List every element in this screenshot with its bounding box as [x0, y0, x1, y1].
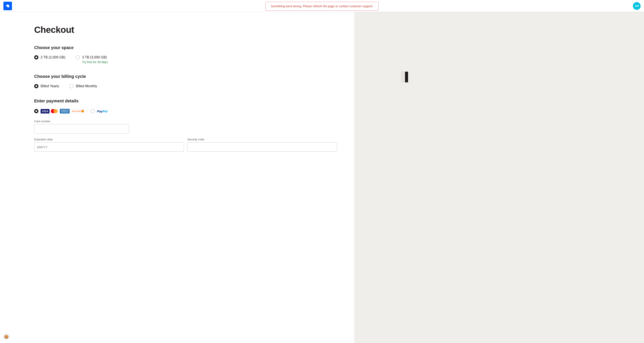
card-number-group: Card number — [34, 120, 337, 134]
card-number-label: Card number — [34, 120, 337, 123]
card-details-row: Expiration date Security code — [34, 138, 337, 156]
expiration-input[interactable] — [34, 142, 184, 152]
security-input[interactable] — [187, 142, 337, 152]
space-option-3tb[interactable]: 3 TB (3,000 GB) Try free for 30 days — [76, 55, 108, 64]
card-number-input[interactable] — [34, 124, 129, 134]
space-section: Choose your space 2 TB (2,000 GB) 3 TB (… — [34, 45, 337, 64]
page-title: Checkout — [34, 25, 337, 35]
space-label-3tb: 3 TB (3,000 GB) — [82, 55, 107, 59]
error-banner: Something went wrong. Please refresh the… — [266, 2, 378, 11]
cookie-icon: 🍪 — [4, 335, 8, 339]
header: Something went wrong. Please refresh the… — [0, 0, 644, 12]
payment-radio-card[interactable] — [34, 109, 38, 113]
billing-radio-group: Billed Yearly Billed Monthly — [34, 84, 337, 88]
billing-option-monthly[interactable]: Billed Monthly — [70, 84, 97, 88]
space-sublabel-3tb: Try free for 30 days — [82, 60, 108, 64]
expiration-label: Expiration date — [34, 138, 184, 141]
sidebar-decoration — [401, 72, 409, 82]
discover-icon: DISCOVER — [71, 109, 85, 113]
payment-section-title: Enter payment details — [34, 98, 337, 103]
billing-section: Choose your billing cycle Billed Yearly … — [34, 74, 337, 88]
card-brand-icons: VISA AMERICANEXPRESS DISCOVER — [40, 109, 85, 114]
billing-label-monthly: Billed Monthly — [76, 84, 97, 88]
payment-radio-paypal[interactable] — [90, 109, 95, 113]
payment-method-row: VISA AMERICANEXPRESS DISCOVER PayPal — [34, 109, 337, 114]
payment-section: Enter payment details VISA AMERICANEXPRE… — [34, 98, 337, 156]
space-radio-3tb[interactable] — [76, 55, 80, 59]
mastercard-icon — [51, 109, 58, 114]
space-radio-2tb[interactable] — [34, 55, 38, 59]
security-group: Security code — [187, 138, 337, 152]
dropbox-logo[interactable] — [4, 2, 12, 10]
main-content: Checkout Choose your space 2 TB (2,000 G… — [0, 12, 354, 343]
space-radio-group: 2 TB (2,000 GB) 3 TB (3,000 GB) Try free… — [34, 55, 337, 64]
page-layout: Checkout Choose your space 2 TB (2,000 G… — [0, 0, 644, 343]
amex-icon: AMERICANEXPRESS — [60, 109, 70, 114]
cookie-button[interactable]: 🍪 — [4, 334, 10, 340]
error-message: Something went wrong. Please refresh the… — [271, 4, 373, 8]
space-section-title: Choose your space — [34, 45, 337, 50]
billing-option-yearly[interactable]: Billed Yearly — [34, 84, 59, 88]
security-label: Security code — [187, 138, 337, 141]
sidebar-panel — [354, 12, 644, 343]
paypal-icon: PayPal — [97, 109, 108, 113]
expiration-group: Expiration date — [34, 138, 184, 152]
billing-label-yearly: Billed Yearly — [40, 84, 59, 88]
space-label-2tb: 2 TB (2,000 GB) — [40, 55, 65, 59]
visa-icon: VISA — [40, 109, 50, 113]
avatar-initials: AM — [634, 4, 639, 7]
billing-radio-yearly[interactable] — [34, 84, 38, 88]
space-option-2tb[interactable]: 2 TB (2,000 GB) — [34, 55, 65, 59]
avatar[interactable]: AM — [633, 2, 640, 10]
billing-section-title: Choose your billing cycle — [34, 74, 337, 79]
billing-radio-monthly[interactable] — [70, 84, 74, 88]
